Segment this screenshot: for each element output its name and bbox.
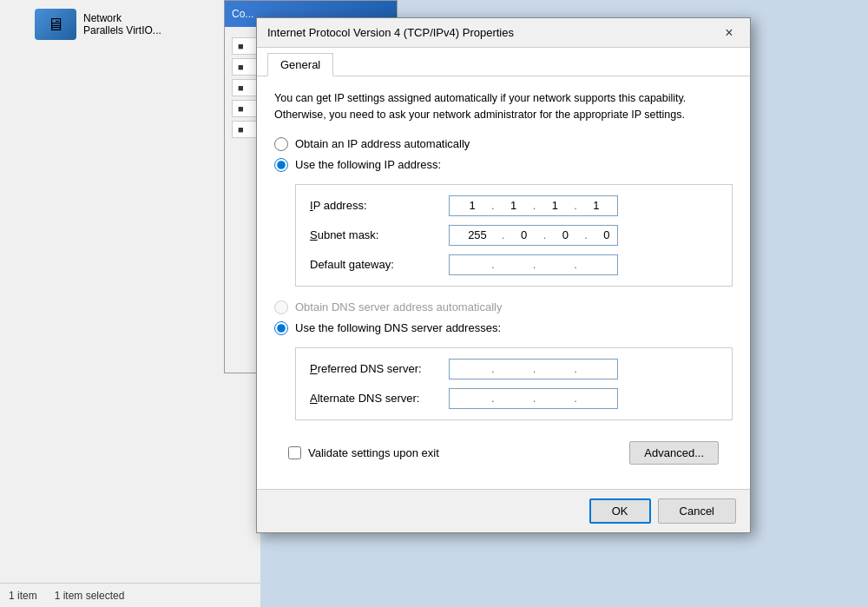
ip-address-input-group: . . . <box>449 195 618 216</box>
radio-manual-dns-label[interactable]: Use the following DNS server addresses: <box>295 321 501 334</box>
ip-address-row: IP address: . . . <box>310 195 718 216</box>
alternate-dns-octet-2[interactable] <box>496 392 531 405</box>
ip-address-label: IP address: <box>310 199 449 212</box>
cancel-button[interactable]: Cancel <box>658 498 736 524</box>
ip-fields-section: IP address: . . . Subnet mask: <box>295 184 733 287</box>
radio-auto-ip[interactable] <box>274 137 288 151</box>
preferred-dns-row: Preferred DNS server: . . . <box>310 359 718 379</box>
dns-fields-section: Preferred DNS server: . . . Alternate DN… <box>295 347 733 420</box>
radio-auto-dns-item: Obtain DNS server address automatically <box>274 300 733 314</box>
bottom-area: Validate settings upon exit Advanced... <box>274 434 733 475</box>
dialog-title: Internet Protocol Version 4 (TCP/IPv4) P… <box>267 26 514 39</box>
advanced-button[interactable]: Advanced... <box>629 441 719 465</box>
ip-octet-3[interactable] <box>537 199 572 212</box>
alternate-label-underline: A <box>310 392 318 405</box>
subnet-octet-4[interactable] <box>589 228 624 241</box>
radio-manual-dns[interactable] <box>274 321 288 335</box>
ok-button[interactable]: OK <box>589 498 651 524</box>
subnet-mask-label: Subnet mask: <box>310 228 449 241</box>
status-bar: 1 item 1 item selected <box>0 583 260 607</box>
dialog-body: You can get IP settings assigned automat… <box>257 76 750 489</box>
ip-radio-group: Obtain an IP address automatically Use t… <box>274 137 733 172</box>
alternate-dns-octet-4[interactable] <box>579 392 614 405</box>
dns-radio-group: Obtain DNS server address automatically … <box>274 300 733 335</box>
gateway-label: Default gateway: <box>310 258 449 271</box>
status-selected-count: 1 item selected <box>55 590 125 602</box>
preferred-dns-octet-1[interactable] <box>455 362 490 375</box>
subnet-octet-2[interactable] <box>507 228 542 241</box>
background-window: Network Parallels VirtIO... 1 item 1 ite… <box>0 0 260 607</box>
radio-manual-ip[interactable] <box>274 158 288 172</box>
ip-octet-2[interactable] <box>496 199 531 212</box>
preferred-dns-octet-3[interactable] <box>537 362 572 375</box>
radio-manual-ip-label[interactable]: Use the following IP address: <box>295 158 441 171</box>
dialog-title-bar: Internet Protocol Version 4 (TCP/IPv4) P… <box>257 18 750 48</box>
preferred-dns-input-group: . . . <box>449 359 618 379</box>
gateway-octet-4[interactable] <box>579 258 614 271</box>
ip-octet-4[interactable] <box>579 199 614 212</box>
ip-label-underline: I <box>310 199 313 212</box>
radio-manual-dns-item: Use the following DNS server addresses: <box>274 321 733 335</box>
network-icon <box>35 9 76 40</box>
gateway-octet-1[interactable] <box>455 258 490 271</box>
alternate-dns-input-group: . . . <box>449 388 618 409</box>
close-button[interactable]: × <box>719 23 740 43</box>
gateway-octet-2[interactable] <box>496 258 531 271</box>
validate-row: Validate settings upon exit <box>288 446 439 459</box>
ip-octet-1[interactable] <box>455 199 490 212</box>
alternate-dns-octet-3[interactable] <box>537 392 572 405</box>
status-item-count: 1 item <box>9 590 37 602</box>
gateway-row: Default gateway: . . . <box>310 254 718 275</box>
gateway-octet-3[interactable] <box>537 258 572 271</box>
subnet-mask-row: Subnet mask: . . . <box>310 225 718 246</box>
validate-label[interactable]: Validate settings upon exit <box>308 446 439 459</box>
subnet-mask-input-group: . . . <box>449 225 618 246</box>
alternate-dns-label: Alternate DNS server: <box>310 392 449 405</box>
tab-general[interactable]: General <box>267 53 333 76</box>
alternate-dns-row: Alternate DNS server: . . . <box>310 388 718 409</box>
radio-manual-ip-item: Use the following IP address: <box>274 158 733 172</box>
subnet-label-underline: S <box>310 228 318 241</box>
tab-bar: General <box>257 48 750 76</box>
subnet-octet-1[interactable] <box>455 228 500 241</box>
preferred-dns-octet-4[interactable] <box>579 362 614 375</box>
radio-auto-dns-label[interactable]: Obtain DNS server address automatically <box>295 300 502 313</box>
preferred-dns-label: Preferred DNS server: <box>310 362 449 375</box>
alternate-dns-octet-1[interactable] <box>455 392 490 405</box>
network-icon-area: Network Parallels VirtIO... <box>35 9 161 40</box>
subnet-octet-3[interactable] <box>548 228 582 241</box>
dialog-footer: OK Cancel <box>257 489 750 532</box>
info-text: You can get IP settings assigned automat… <box>274 90 733 123</box>
radio-auto-ip-label[interactable]: Obtain an IP address automatically <box>295 137 470 150</box>
preferred-dns-octet-2[interactable] <box>496 362 531 375</box>
tcp-ipv4-dialog: Internet Protocol Version 4 (TCP/IPv4) P… <box>256 17 751 533</box>
radio-auto-ip-item: Obtain an IP address automatically <box>274 137 733 151</box>
network-label: Network Parallels VirtIO... <box>83 12 161 36</box>
radio-auto-dns[interactable] <box>274 300 288 314</box>
validate-checkbox[interactable] <box>288 446 301 459</box>
preferred-label-underline: P <box>310 362 318 375</box>
gateway-input-group: . . . <box>449 254 618 275</box>
